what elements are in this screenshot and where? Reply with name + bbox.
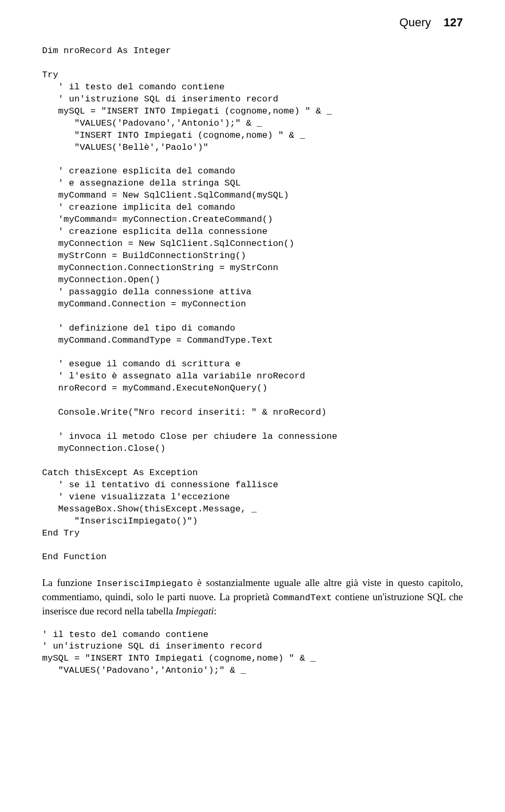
- text-fragment: La funzione: [42, 577, 96, 588]
- code-block-main: Dim nroRecord As Integer Try ' il testo …: [42, 45, 463, 563]
- page-number: 127: [443, 16, 463, 29]
- inline-code: CommandText: [273, 593, 332, 603]
- body-paragraph: La funzione InserisciImpiegato è sostanz…: [42, 576, 463, 618]
- italic-term: Impiegati: [176, 605, 214, 616]
- section-title: Query: [399, 16, 431, 29]
- inline-code: InserisciImpiegato: [96, 579, 193, 589]
- text-fragment: :: [214, 605, 217, 616]
- page-header: Query 127: [42, 16, 463, 29]
- code-block-snippet: ' il testo del comando contiene ' un'ist…: [42, 629, 463, 677]
